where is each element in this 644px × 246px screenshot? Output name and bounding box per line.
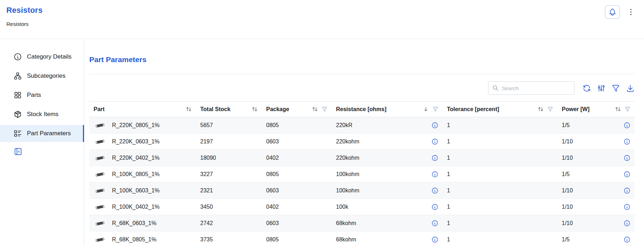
cell-power: 1/10 xyxy=(558,150,635,166)
sidebar-item-parts[interactable]: Parts xyxy=(0,87,84,104)
cell-resistance: 100k xyxy=(332,199,443,215)
column-header-icons xyxy=(423,106,438,112)
info-circle-icon[interactable] xyxy=(623,187,631,194)
refresh-button[interactable] xyxy=(582,84,591,93)
grid-icon xyxy=(13,91,22,99)
info-circle-icon[interactable] xyxy=(431,138,438,145)
power-value: 1/10 xyxy=(562,187,573,194)
power-value: 1/5 xyxy=(562,122,570,129)
cell-part: R_68K_0603_1% xyxy=(89,215,196,231)
sidebar-item-category-details[interactable]: Category Details xyxy=(0,48,84,65)
column-header-tolerance[interactable]: Tolerance [percent] xyxy=(443,102,558,117)
column-header-icons xyxy=(615,106,631,112)
column-label: Total Stock xyxy=(200,106,230,113)
cell-total_stock: 2742 xyxy=(196,215,262,231)
bell-icon xyxy=(608,8,617,16)
table-row[interactable]: R_100K_0805_1%32270805100kohm11/5 xyxy=(89,166,635,182)
column-header-package[interactable]: Package xyxy=(262,102,332,117)
breadcrumb-item[interactable]: Resistors xyxy=(6,21,29,27)
sidebar-item-subcategories[interactable]: Subcategories xyxy=(0,67,84,84)
download-button[interactable] xyxy=(626,84,635,93)
list-details-icon xyxy=(13,129,22,138)
info-circle-icon[interactable] xyxy=(623,122,631,129)
sidebar-item-label: Parts xyxy=(27,92,41,99)
part-name: R_100K_0603_1% xyxy=(112,187,159,194)
info-circle-icon[interactable] xyxy=(431,236,438,243)
cell-resistance: 220kohm xyxy=(332,133,443,150)
power-value: 1/5 xyxy=(562,236,570,243)
cell-resistance: 220kR xyxy=(332,117,443,133)
cell-part: R_220K_0402_1% xyxy=(89,150,196,166)
sort-icon[interactable] xyxy=(252,106,258,112)
package-icon xyxy=(13,110,22,119)
filter-button[interactable] xyxy=(611,84,620,93)
column-filter-icon[interactable] xyxy=(321,106,327,112)
info-circle-icon[interactable] xyxy=(623,220,631,227)
info-circle-icon[interactable] xyxy=(623,236,631,243)
table-row[interactable]: R_100K_0402_1%34500402100k11/10 xyxy=(89,199,635,215)
table-row[interactable]: R_220K_0603_1%21970603220kohm11/10 xyxy=(89,133,635,150)
sidebar-item-label: Category Details xyxy=(27,53,72,60)
table-row[interactable]: R_100K_0603_1%23210603100kohm11/10 xyxy=(89,182,635,199)
resistor-thumbnail-image xyxy=(94,171,106,178)
cell-part: R_220K_0805_1% xyxy=(89,117,196,133)
cell-total_stock: 3450 xyxy=(196,199,262,215)
cell-package: 0603 xyxy=(262,133,332,150)
resistor-thumbnail-image xyxy=(94,138,106,145)
table-options-button[interactable] xyxy=(597,84,606,93)
cell-total_stock: 18090 xyxy=(196,150,262,166)
resistance-value: 220kohm xyxy=(336,138,359,145)
column-filter-icon[interactable] xyxy=(625,106,631,112)
notifications-button[interactable] xyxy=(605,5,620,19)
info-circle-icon[interactable] xyxy=(623,171,631,178)
sidebar-item-stock-items[interactable]: Stock Items xyxy=(0,106,84,123)
column-header-icons xyxy=(186,106,192,112)
info-circle-icon[interactable] xyxy=(623,138,631,145)
cell-power: 1/5 xyxy=(558,117,635,133)
info-circle-icon[interactable] xyxy=(431,122,438,129)
part-thumbnail xyxy=(94,122,106,129)
table-row[interactable]: R_68K_0805_1%3735080568kohm11/5 xyxy=(89,231,635,246)
cell-power: 1/10 xyxy=(558,215,635,231)
sidebar-item-part-parameters[interactable]: Part Parameters xyxy=(0,125,84,142)
info-circle-icon[interactable] xyxy=(431,203,438,211)
sidebar-collapse-icon xyxy=(13,147,23,156)
cell-power: 1/10 xyxy=(558,182,635,199)
info-circle-icon[interactable] xyxy=(431,154,438,162)
column-label: Power [W] xyxy=(562,106,589,113)
table-row[interactable]: R_220K_0805_1%56570805220kR11/5 xyxy=(89,117,635,133)
cell-package: 0402 xyxy=(262,199,332,215)
column-header-power[interactable]: Power [W] xyxy=(558,102,635,117)
info-circle-icon[interactable] xyxy=(431,187,438,194)
info-circle-icon[interactable] xyxy=(623,203,631,211)
info-circle-icon[interactable] xyxy=(431,171,438,178)
cell-tolerance: 1 xyxy=(443,117,558,133)
column-label: Part xyxy=(94,106,105,113)
column-filter-icon[interactable] xyxy=(432,106,438,112)
cell-resistance: 68kohm xyxy=(332,231,443,246)
sort-icon[interactable] xyxy=(538,106,544,112)
table-row[interactable]: R_220K_0402_1%180900402220kohm11/10 xyxy=(89,150,635,166)
power-value: 1/10 xyxy=(562,220,573,226)
column-header-icons xyxy=(312,106,327,112)
sort-icon[interactable] xyxy=(312,106,318,112)
sort-icon[interactable] xyxy=(186,106,192,112)
column-filter-icon[interactable] xyxy=(547,106,553,112)
resistance-value: 220kR xyxy=(336,122,352,129)
column-header-part[interactable]: Part xyxy=(89,102,196,117)
sidebar-collapse-button[interactable] xyxy=(13,147,23,156)
table-row[interactable]: R_68K_0603_1%2742060368kohm11/10 xyxy=(89,215,635,231)
overflow-menu-button[interactable] xyxy=(626,7,635,17)
cell-part: R_68K_0805_1% xyxy=(89,231,196,246)
info-circle-icon[interactable] xyxy=(431,220,438,227)
column-header-total-stock[interactable]: Total Stock xyxy=(196,102,262,117)
search-input[interactable] xyxy=(502,85,571,91)
column-header-resistance[interactable]: Resistance [ohms] xyxy=(332,102,443,117)
sort-desc-icon[interactable] xyxy=(423,106,429,112)
column-header-icons xyxy=(538,106,553,112)
part-name: R_220K_0402_1% xyxy=(112,155,159,161)
part-thumbnail xyxy=(94,171,106,178)
sort-icon[interactable] xyxy=(615,106,621,112)
part-thumbnail xyxy=(94,236,106,243)
info-circle-icon[interactable] xyxy=(623,154,631,162)
